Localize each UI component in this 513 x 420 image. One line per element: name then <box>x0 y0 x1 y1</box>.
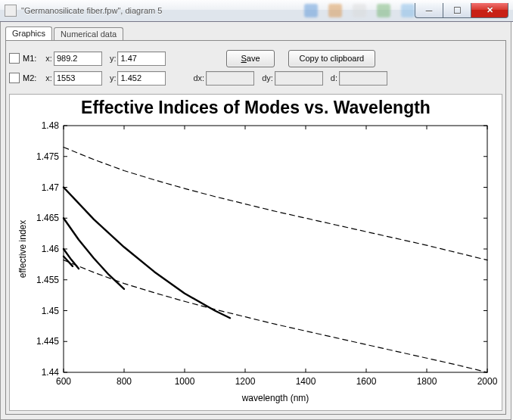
d-output <box>339 71 387 86</box>
m1-x-input[interactable] <box>54 51 102 66</box>
svg-text:1800: 1800 <box>417 376 437 387</box>
window-title: "Germanosilicate fiber.fpw", diagram 5 <box>21 6 289 15</box>
tab-strip: Graphics Numerical data <box>5 26 123 40</box>
chart-plot[interactable]: 6008001000120014001600180020001.441.4451… <box>14 118 498 406</box>
marker-controls: M1: x: y: Save Copy to clipboard <box>6 42 505 91</box>
dy-label: dy: <box>262 73 273 82</box>
m2-label: M2: <box>23 73 36 82</box>
svg-text:1.45: 1.45 <box>42 306 60 316</box>
window-maximize-button[interactable] <box>443 3 471 18</box>
copy-to-clipboard-button[interactable]: Copy to clipboard <box>288 50 376 67</box>
window-buttons <box>415 3 508 18</box>
svg-text:1.48: 1.48 <box>42 120 60 131</box>
svg-text:1.47: 1.47 <box>42 182 60 193</box>
d-label: d: <box>331 73 337 82</box>
graphics-panel: M1: x: y: Save Copy to clipboard <box>5 40 506 415</box>
svg-text:1.445: 1.445 <box>36 336 59 347</box>
tab-numerical-data[interactable]: Numerical data <box>54 27 123 41</box>
svg-text:wavelength (nm): wavelength (nm) <box>241 393 309 403</box>
m2-y-input[interactable] <box>117 71 166 86</box>
app-icon <box>5 5 17 17</box>
checkbox-icon <box>9 73 20 83</box>
svg-text:1000: 1000 <box>175 376 195 387</box>
svg-text:1.46: 1.46 <box>42 244 60 254</box>
svg-text:1.455: 1.455 <box>36 275 59 285</box>
svg-text:800: 800 <box>117 376 132 387</box>
window-minimize-button[interactable] <box>415 3 443 18</box>
m1-y-input[interactable] <box>117 51 166 66</box>
window-close-button[interactable] <box>471 3 508 18</box>
svg-text:1.44: 1.44 <box>42 367 60 378</box>
save-button-hotkey: S <box>241 54 246 63</box>
svg-text:1200: 1200 <box>235 376 256 387</box>
window-titlebar: "Germanosilicate fiber.fpw", diagram 5 <box>0 0 513 22</box>
m2-x-label: x: <box>45 73 52 82</box>
m2-y-label: y: <box>110 73 117 82</box>
tab-label: Graphics <box>12 29 45 38</box>
svg-text:1.465: 1.465 <box>36 213 59 223</box>
svg-text:1400: 1400 <box>296 376 316 387</box>
m1-checkbox[interactable]: M1: <box>9 53 36 64</box>
svg-text:1600: 1600 <box>356 376 377 387</box>
svg-text:600: 600 <box>56 376 71 387</box>
save-button[interactable]: Save <box>226 50 274 67</box>
checkbox-icon <box>9 53 20 64</box>
dx-output <box>206 71 254 86</box>
m1-y-label: y: <box>110 54 117 63</box>
chart-title: Effective Indices of Modes vs. Wavelengt… <box>10 98 502 118</box>
dx-label: dx: <box>193 73 204 82</box>
save-button-rest: ave <box>247 54 260 63</box>
copy-button-label: Copy to clipboard <box>300 54 365 63</box>
m2-x-input[interactable] <box>54 71 102 86</box>
svg-text:1.475: 1.475 <box>36 151 59 162</box>
m1-label: M1: <box>23 54 36 63</box>
chart-area: Effective Indices of Modes vs. Wavelengt… <box>9 94 502 411</box>
tab-graphics[interactable]: Graphics <box>5 26 52 40</box>
dy-output <box>275 71 323 86</box>
svg-text:2000: 2000 <box>477 376 498 387</box>
m1-x-label: x: <box>45 54 52 63</box>
client-area: Graphics Numerical data M1: x: y: Save <box>0 22 511 420</box>
window-toolbar-ghost <box>304 4 415 17</box>
tab-label: Numerical data <box>61 30 117 39</box>
svg-text:effective index: effective index <box>17 220 28 278</box>
m2-checkbox[interactable]: M2: <box>9 73 36 83</box>
